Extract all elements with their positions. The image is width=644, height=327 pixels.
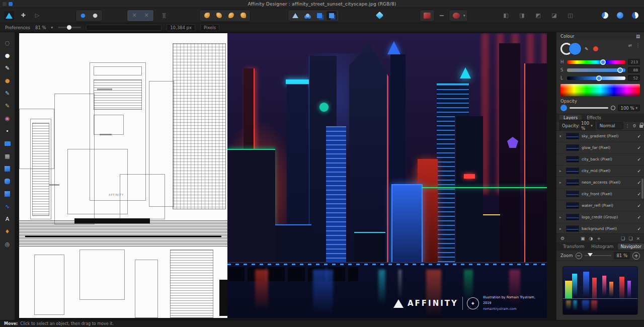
layer-row[interactable]: ▾ sky_gradient (Pixel) ✓ — [556, 131, 644, 142]
opacity-slider[interactable] — [570, 107, 608, 109]
expand-caret-icon[interactable]: ▸ — [559, 169, 564, 173]
tab-navigator[interactable]: Navigator — [618, 243, 644, 250]
visibility-check-icon[interactable]: ✓ — [637, 215, 641, 220]
visibility-check-icon[interactable]: ✓ — [637, 203, 641, 208]
kebab-menu-icon[interactable]: ⋮ — [636, 43, 640, 48]
distribute-icon[interactable]: ◪ — [549, 11, 559, 20]
duplicate-layer-icon[interactable]: ❏ — [628, 236, 632, 241]
delete-layer-icon[interactable]: × — [636, 236, 640, 241]
navigator-preview[interactable] — [562, 266, 638, 315]
layer-effects-icon[interactable]: ⚙ — [560, 236, 565, 241]
adjustment-layer-icon[interactable]: ◑ — [589, 236, 593, 241]
lightness-value[interactable]: 52 — [628, 75, 640, 81]
blend-mode-dropdown[interactable]: Normal — [597, 122, 623, 129]
slider-handle[interactable] — [600, 59, 606, 65]
pixel-view-icon[interactable] — [615, 11, 625, 20]
move-forward-icon[interactable] — [214, 11, 224, 20]
slider-handle[interactable] — [67, 25, 71, 30]
context-slider[interactable] — [58, 27, 81, 28]
layer-row[interactable]: city_front (Pixel) ✓ — [556, 189, 644, 200]
ellipse-tool[interactable] — [2, 189, 13, 198]
node-tool[interactable]: ✎ — [2, 63, 13, 72]
zoom-in-icon[interactable]: + — [632, 252, 640, 260]
vector-view-icon[interactable] — [630, 11, 640, 20]
kebab-menu-icon[interactable]: ⋮ — [625, 123, 630, 128]
mask-layer-icon[interactable]: ▣ — [581, 236, 585, 241]
layer-name[interactable]: city_back (Pixel) — [582, 157, 634, 161]
layer-row[interactable]: ▸ background (Pixel) ✓ — [556, 223, 644, 234]
layer-thumbnail[interactable] — [566, 214, 579, 220]
geometry-divide-icon[interactable] — [327, 11, 337, 20]
colour-picker-tool[interactable]: ♦ — [2, 227, 13, 236]
zoom-readout[interactable]: 81 % — [35, 25, 46, 30]
layer-thumbnail[interactable] — [566, 191, 579, 197]
swap-colours-icon[interactable]: ⇄ — [628, 43, 631, 48]
stroke-colour-dot[interactable] — [593, 46, 598, 51]
stroke-colour-icon[interactable] — [451, 11, 461, 20]
snapping-toggle-icon[interactable] — [374, 11, 384, 20]
units-dropdown[interactable]: Pixels — [200, 24, 219, 31]
text-tool[interactable]: A — [2, 214, 13, 223]
layer-thumbnail[interactable] — [566, 144, 579, 151]
layer-row[interactable]: water_refl (Pixel) ✓ — [556, 200, 644, 212]
expand-caret-icon[interactable]: ▾ — [559, 134, 564, 138]
layer-thumbnail[interactable] — [566, 156, 579, 162]
lock-icon[interactable] — [639, 125, 643, 128]
grid-tool[interactable]: ▦ — [2, 151, 13, 160]
move-to-back-icon[interactable] — [238, 11, 248, 20]
layer-thumbnail[interactable] — [566, 225, 579, 232]
hue-value[interactable]: 213 — [628, 59, 640, 65]
zoom-slider[interactable] — [585, 255, 612, 256]
current-colour-dot[interactable] — [560, 105, 567, 111]
artboard-tool[interactable] — [2, 139, 13, 148]
chevron-down-icon[interactable]: ▾ — [463, 14, 465, 18]
snapping-options-icon[interactable]: ✕ — [141, 11, 151, 20]
context-label[interactable]: Preferences — [5, 25, 30, 30]
transform-icon[interactable]: ◫ — [566, 11, 576, 20]
layer-opacity-control[interactable]: Opacity:100 % ▾ — [559, 120, 595, 132]
gear-icon[interactable]: ⚙ — [632, 123, 636, 128]
saturation-slider[interactable] — [567, 68, 625, 72]
layer-name[interactable]: city_mid (Pixel) — [582, 169, 634, 173]
pencil-tool[interactable]: ✎ — [2, 89, 13, 98]
visibility-check-icon[interactable]: ✓ — [637, 192, 641, 197]
layer-row[interactable]: ▸ city_mid (Pixel) ✓ — [556, 166, 644, 177]
lightness-slider[interactable] — [567, 76, 625, 80]
size-readout[interactable]: 10,384 px — [167, 24, 195, 31]
panel-menu-icon[interactable]: ▤ — [636, 34, 640, 39]
move-tool[interactable]: ● — [2, 51, 13, 60]
window-controls[interactable] — [3, 2, 13, 6]
transparency-tool[interactable]: • — [2, 126, 13, 135]
move-to-front-icon[interactable] — [202, 11, 212, 20]
move-backward-icon[interactable] — [226, 11, 236, 20]
layer-name[interactable]: logo_credit (Group) — [582, 215, 634, 219]
zoom-out-icon[interactable]: − — [576, 253, 582, 259]
artwork-view[interactable]: AFFINITY ✦ Illustration by Romain Trystr… — [227, 33, 547, 318]
node-persona-icon[interactable]: ▷ — [32, 11, 42, 20]
visibility-check-icon[interactable]: ✓ — [637, 180, 641, 185]
designer-persona-button[interactable] — [4, 11, 14, 20]
layer-name[interactable]: water_refl (Pixel) — [582, 203, 634, 208]
brush-tool[interactable]: ✎ — [2, 101, 13, 110]
zoom-tool[interactable]: ◎ — [2, 239, 13, 249]
saturation-value[interactable]: 88 — [628, 67, 640, 73]
visibility-check-icon[interactable]: ✓ — [637, 157, 641, 162]
layer-name[interactable]: neon_accents (Pixel) — [582, 180, 634, 185]
geometry-intersect-icon[interactable] — [314, 11, 325, 20]
slider-handle[interactable] — [611, 106, 615, 110]
fill-tool[interactable]: ◉ — [2, 114, 13, 123]
colour-spectrum[interactable] — [560, 84, 640, 96]
add-pixel-layer-icon[interactable]: + — [597, 236, 601, 241]
geometry-add-icon[interactable] — [290, 11, 300, 20]
insert-behind-icon[interactable]: ● — [90, 11, 100, 20]
layer-thumbnail[interactable] — [566, 168, 579, 174]
pencil-icon[interactable]: ✎ — [585, 46, 588, 51]
split-divider-handle[interactable] — [219, 280, 227, 316]
new-layer-icon[interactable]: ❏ — [621, 236, 625, 241]
insert-inside-icon[interactable]: ● — [78, 11, 88, 20]
visibility-check-icon[interactable]: ✓ — [637, 169, 641, 174]
align-left-icon[interactable]: ◧ — [501, 11, 511, 20]
layer-name[interactable]: city_front (Pixel) — [582, 192, 634, 196]
hue-slider[interactable] — [567, 60, 625, 64]
move-persona-icon[interactable]: ✚ — [18, 11, 28, 20]
